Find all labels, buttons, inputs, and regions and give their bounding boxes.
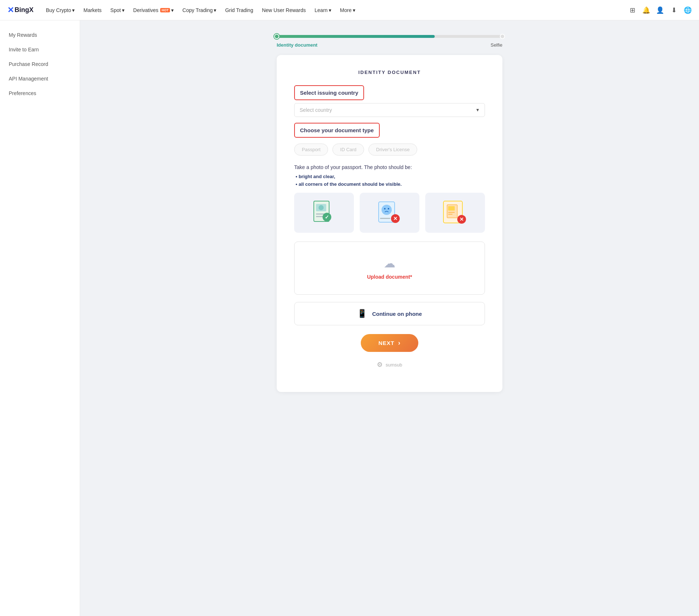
select-country-label: Select issuing country [294, 85, 364, 100]
progress-label-selfie: Selfie [490, 42, 502, 48]
doctype-drivers-license[interactable]: Driver's License [368, 144, 417, 156]
choose-doc-label: Choose your document type [294, 123, 380, 138]
nav-right-icons: ⊞ 🔔 👤 ⬇ 🌐 [628, 6, 692, 14]
svg-point-2 [319, 205, 324, 210]
doctype-id-card[interactable]: ID Card [332, 144, 364, 156]
logo-x-icon: ✕ [7, 5, 14, 15]
card-title: IDENTITY DOCUMENT [294, 70, 485, 75]
example-images: ✓ ✕ [294, 193, 485, 233]
doc-bad-face-illustration: ✕ [375, 198, 404, 227]
nav-derivatives[interactable]: Derivatives HOT ▾ [130, 5, 177, 15]
progress-dot-end [500, 34, 505, 39]
svg-text:✕: ✕ [393, 216, 398, 221]
doc-good-illustration: ✓ [309, 198, 339, 227]
next-button[interactable]: NEXT › [361, 334, 418, 352]
instructions-text: Take a photo of your passport. The photo… [294, 164, 485, 170]
nav-new-user-rewards[interactable]: New User Rewards [258, 5, 309, 15]
svg-rect-4 [316, 216, 323, 217]
nav-learn[interactable]: Learn ▾ [311, 5, 335, 15]
nav-spot[interactable]: Spot ▾ [107, 5, 128, 15]
sidebar-item-preferences[interactable]: Preferences [0, 86, 80, 101]
sidebar-item-purchase-record[interactable]: Purchase Record [0, 57, 80, 71]
doctype-passport[interactable]: Passport [294, 144, 328, 156]
nav-buy-crypto[interactable]: Buy Crypto ▾ [42, 5, 78, 15]
country-select-wrapper: Select country United States United King… [294, 103, 485, 117]
chevron-down-icon: ▾ [171, 7, 174, 13]
instructions: Take a photo of your passport. The photo… [294, 164, 485, 187]
profile-icon[interactable]: 👤 [656, 6, 664, 14]
progress-dot-start [274, 34, 279, 39]
doctype-pills: Passport ID Card Driver's License [294, 144, 485, 156]
svg-text:✕: ✕ [459, 216, 464, 222]
doc-type-section: Choose your document type Passport ID Ca… [294, 123, 485, 156]
example-bad-face: ✕ [360, 193, 419, 233]
svg-rect-18 [448, 214, 453, 215]
logo[interactable]: ✕ BingX [7, 5, 33, 15]
svg-rect-16 [448, 206, 455, 211]
svg-rect-11 [380, 218, 390, 219]
hot-badge: HOT [160, 8, 170, 12]
nav-items: Buy Crypto ▾ Markets Spot ▾ Derivatives … [42, 5, 628, 15]
instruction-item-1: bright and clear, [296, 174, 485, 179]
logo-name: BingX [15, 6, 33, 14]
dashboard-icon[interactable]: ⊞ [628, 6, 636, 14]
svg-text:✓: ✓ [325, 214, 329, 220]
next-btn-wrapper: NEXT › [294, 334, 485, 352]
doc-bad-small-illustration: ✕ [441, 198, 470, 227]
progress-track [277, 35, 502, 38]
progress-labels: Identity document Selfie [277, 42, 502, 48]
nav-markets[interactable]: Markets [80, 5, 105, 15]
sumsub-footer: ⚙ sumsub [294, 361, 485, 377]
progress-fill [277, 35, 435, 38]
language-icon[interactable]: 🌐 [684, 6, 692, 14]
country-select[interactable]: Select country United States United King… [294, 103, 485, 117]
upload-area[interactable]: ☁ Upload document* [294, 242, 485, 295]
sidebar: My Rewards Invite to Earn Purchase Recor… [0, 20, 80, 616]
svg-point-9 [384, 208, 386, 209]
upload-label: Upload document* [367, 274, 412, 280]
download-icon[interactable]: ⬇ [670, 6, 678, 14]
svg-point-10 [388, 208, 389, 209]
sidebar-item-invite-to-earn[interactable]: Invite to Earn [0, 42, 80, 57]
chevron-down-icon: ▾ [122, 7, 125, 13]
notification-icon[interactable]: 🔔 [642, 6, 650, 14]
sumsub-label: sumsub [386, 362, 402, 368]
chevron-down-icon: ▾ [329, 7, 331, 13]
progress-section: Identity document Selfie [277, 35, 502, 48]
continue-phone-label: Continue on phone [372, 311, 422, 317]
nav-copy-trading[interactable]: Copy Trading ▾ [179, 5, 220, 15]
kyc-card: IDENTITY DOCUMENT Select issuing country… [277, 55, 502, 392]
chevron-down-icon: ▾ [72, 7, 75, 13]
upload-icon: ☁ [384, 256, 395, 270]
instructions-list: bright and clear, all corners of the doc… [294, 174, 485, 187]
select-country-section: Select issuing country Select country Un… [294, 85, 485, 117]
chevron-down-icon: ▾ [214, 7, 216, 13]
kyc-container: Identity document Selfie IDENTITY DOCUME… [277, 35, 502, 392]
instruction-item-2: all corners of the document should be vi… [296, 181, 485, 187]
chevron-down-icon: ▾ [353, 7, 355, 13]
page-layout: My Rewards Invite to Earn Purchase Recor… [0, 20, 699, 616]
progress-label-identity: Identity document [277, 42, 317, 48]
example-good: ✓ [294, 193, 354, 233]
sidebar-item-api-management[interactable]: API Management [0, 71, 80, 86]
example-bad-doc: ✕ [425, 193, 485, 233]
nav-more[interactable]: More ▾ [336, 5, 359, 15]
next-arrow-icon: › [398, 339, 401, 347]
svg-point-8 [382, 205, 392, 215]
nav-grid-trading[interactable]: Grid Trading [221, 5, 257, 15]
sumsub-icon: ⚙ [377, 361, 383, 369]
sidebar-item-my-rewards[interactable]: My Rewards [0, 28, 80, 42]
phone-icon: 📱 [357, 309, 367, 318]
top-navigation: ✕ BingX Buy Crypto ▾ Markets Spot ▾ Deri… [0, 0, 699, 20]
main-content: Identity document Selfie IDENTITY DOCUME… [80, 20, 699, 616]
continue-phone-banner[interactable]: 📱 Continue on phone [294, 302, 485, 325]
svg-rect-17 [448, 212, 455, 213]
